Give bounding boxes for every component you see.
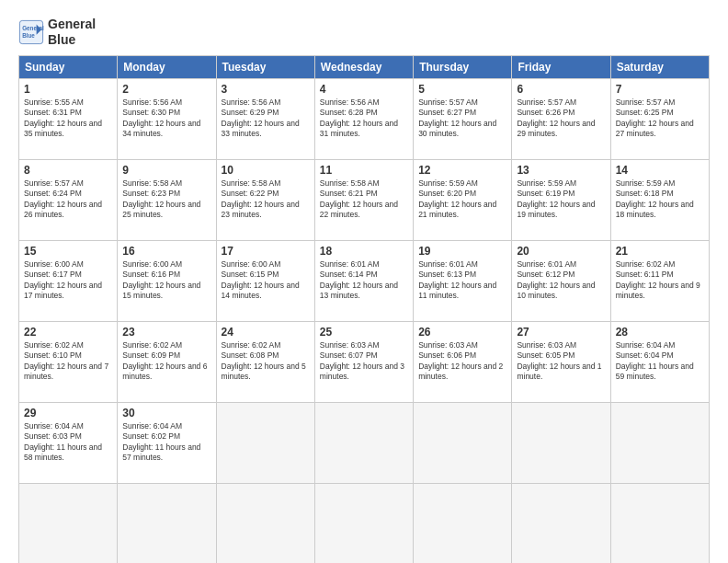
day-number: 27	[517, 326, 605, 339]
day-number: 8	[24, 164, 112, 177]
logo-text-general: General	[48, 17, 96, 32]
calendar-cell	[414, 402, 512, 483]
day-number: 16	[122, 245, 210, 258]
day-number: 13	[517, 164, 605, 177]
day-info: Sunrise: 6:00 AMSunset: 6:17 PMDaylight:…	[24, 259, 102, 300]
day-info: Sunrise: 6:03 AMSunset: 6:06 PMDaylight:…	[418, 340, 503, 381]
day-number: 15	[24, 245, 112, 258]
day-number: 5	[418, 83, 506, 96]
day-number: 28	[616, 326, 704, 339]
header-thursday: Thursday	[414, 55, 512, 78]
header: General Blue General Blue	[18, 17, 710, 48]
day-number: 23	[122, 326, 210, 339]
day-info: Sunrise: 5:57 AMSunset: 6:24 PMDaylight:…	[24, 178, 102, 219]
calendar-cell	[512, 483, 610, 563]
day-info: Sunrise: 6:02 AMSunset: 6:11 PMDaylight:…	[616, 259, 700, 300]
day-number: 9	[122, 164, 210, 177]
day-info: Sunrise: 6:02 AMSunset: 6:10 PMDaylight:…	[24, 340, 108, 381]
calendar-cell: 1 Sunrise: 5:55 AMSunset: 6:31 PMDayligh…	[19, 78, 118, 159]
calendar-cell: 18 Sunrise: 6:01 AMSunset: 6:14 PMDaylig…	[314, 240, 413, 321]
day-number: 20	[517, 245, 605, 258]
day-info: Sunrise: 6:04 AMSunset: 6:02 PMDaylight:…	[122, 421, 200, 462]
calendar-week-row: 22 Sunrise: 6:02 AMSunset: 6:10 PMDaylig…	[19, 321, 710, 402]
calendar-cell: 25 Sunrise: 6:03 AMSunset: 6:07 PMDaylig…	[314, 321, 413, 402]
calendar-cell: 16 Sunrise: 6:00 AMSunset: 6:16 PMDaylig…	[118, 240, 216, 321]
calendar-cell	[216, 402, 314, 483]
calendar-cell	[314, 402, 413, 483]
day-info: Sunrise: 6:04 AMSunset: 6:04 PMDaylight:…	[616, 340, 694, 381]
day-info: Sunrise: 6:00 AMSunset: 6:16 PMDaylight:…	[122, 259, 200, 300]
day-info: Sunrise: 6:03 AMSunset: 6:05 PMDaylight:…	[517, 340, 601, 381]
day-number: 6	[517, 83, 605, 96]
day-number: 21	[616, 245, 704, 258]
calendar-cell: 14 Sunrise: 5:59 AMSunset: 6:18 PMDaylig…	[610, 159, 709, 240]
calendar-cell: 2 Sunrise: 5:56 AMSunset: 6:30 PMDayligh…	[118, 78, 216, 159]
day-number: 2	[122, 83, 210, 96]
calendar-cell	[216, 483, 314, 563]
calendar-cell: 15 Sunrise: 6:00 AMSunset: 6:17 PMDaylig…	[19, 240, 118, 321]
day-info: Sunrise: 6:04 AMSunset: 6:03 PMDaylight:…	[24, 421, 102, 462]
calendar-cell: 22 Sunrise: 6:02 AMSunset: 6:10 PMDaylig…	[19, 321, 118, 402]
calendar-page: General Blue General Blue Sunday Monday …	[0, 0, 728, 563]
calendar-cell: 7 Sunrise: 5:57 AMSunset: 6:25 PMDayligh…	[610, 78, 709, 159]
day-number: 11	[320, 164, 408, 177]
calendar-cell: 27 Sunrise: 6:03 AMSunset: 6:05 PMDaylig…	[512, 321, 610, 402]
day-info: Sunrise: 5:57 AMSunset: 6:26 PMDaylight:…	[517, 98, 595, 138]
weekday-header-row: Sunday Monday Tuesday Wednesday Thursday…	[19, 55, 710, 78]
day-info: Sunrise: 6:02 AMSunset: 6:09 PMDaylight:…	[122, 340, 207, 381]
day-number: 14	[616, 164, 704, 177]
day-number: 3	[222, 83, 310, 96]
header-wednesday: Wednesday	[314, 55, 413, 78]
day-number: 12	[418, 164, 506, 177]
calendar-cell: 26 Sunrise: 6:03 AMSunset: 6:06 PMDaylig…	[414, 321, 512, 402]
logo-icon: General Blue	[18, 19, 44, 45]
calendar-week-row	[19, 483, 710, 563]
svg-text:Blue: Blue	[22, 31, 35, 38]
calendar-cell	[118, 483, 216, 563]
calendar-cell: 20 Sunrise: 6:01 AMSunset: 6:12 PMDaylig…	[512, 240, 610, 321]
day-info: Sunrise: 6:03 AMSunset: 6:07 PMDaylight:…	[320, 340, 404, 381]
calendar-cell: 5 Sunrise: 5:57 AMSunset: 6:27 PMDayligh…	[414, 78, 512, 159]
header-friday: Friday	[512, 55, 610, 78]
day-number: 30	[122, 407, 210, 419]
calendar-cell: 11 Sunrise: 5:58 AMSunset: 6:21 PMDaylig…	[314, 159, 413, 240]
header-monday: Monday	[118, 55, 216, 78]
day-number: 22	[24, 326, 112, 339]
day-info: Sunrise: 6:01 AMSunset: 6:12 PMDaylight:…	[517, 259, 595, 300]
day-number: 10	[222, 164, 310, 177]
calendar-cell: 12 Sunrise: 5:59 AMSunset: 6:20 PMDaylig…	[414, 159, 512, 240]
calendar-body: 1 Sunrise: 5:55 AMSunset: 6:31 PMDayligh…	[19, 78, 710, 563]
calendar-cell	[610, 402, 709, 483]
day-info: Sunrise: 5:59 AMSunset: 6:20 PMDaylight:…	[418, 178, 496, 219]
day-number: 4	[320, 83, 408, 96]
day-number: 19	[418, 245, 506, 258]
day-info: Sunrise: 6:01 AMSunset: 6:13 PMDaylight:…	[418, 259, 496, 300]
day-info: Sunrise: 5:58 AMSunset: 6:23 PMDaylight:…	[122, 178, 200, 219]
day-number: 29	[24, 407, 112, 419]
day-number: 24	[222, 326, 310, 339]
calendar-week-row: 1 Sunrise: 5:55 AMSunset: 6:31 PMDayligh…	[19, 78, 710, 159]
header-tuesday: Tuesday	[216, 55, 314, 78]
calendar-cell: 28 Sunrise: 6:04 AMSunset: 6:04 PMDaylig…	[610, 321, 709, 402]
calendar-cell: 23 Sunrise: 6:02 AMSunset: 6:09 PMDaylig…	[118, 321, 216, 402]
calendar-cell: 29 Sunrise: 6:04 AMSunset: 6:03 PMDaylig…	[19, 402, 118, 483]
calendar-week-row: 29 Sunrise: 6:04 AMSunset: 6:03 PMDaylig…	[19, 402, 710, 483]
day-info: Sunrise: 5:56 AMSunset: 6:30 PMDaylight:…	[122, 98, 200, 138]
day-info: Sunrise: 5:56 AMSunset: 6:29 PMDaylight:…	[222, 98, 300, 138]
calendar-cell: 4 Sunrise: 5:56 AMSunset: 6:28 PMDayligh…	[314, 78, 413, 159]
day-info: Sunrise: 5:59 AMSunset: 6:19 PMDaylight:…	[517, 178, 595, 219]
calendar-cell: 19 Sunrise: 6:01 AMSunset: 6:13 PMDaylig…	[414, 240, 512, 321]
day-number: 18	[320, 245, 408, 258]
day-info: Sunrise: 6:02 AMSunset: 6:08 PMDaylight:…	[222, 340, 306, 381]
calendar-week-row: 8 Sunrise: 5:57 AMSunset: 6:24 PMDayligh…	[19, 159, 710, 240]
calendar-week-row: 15 Sunrise: 6:00 AMSunset: 6:17 PMDaylig…	[19, 240, 710, 321]
day-info: Sunrise: 5:55 AMSunset: 6:31 PMDaylight:…	[24, 98, 102, 138]
day-info: Sunrise: 5:59 AMSunset: 6:18 PMDaylight:…	[616, 178, 694, 219]
header-sunday: Sunday	[19, 55, 118, 78]
day-number: 26	[418, 326, 506, 339]
day-number: 17	[222, 245, 310, 258]
calendar-cell: 10 Sunrise: 5:58 AMSunset: 6:22 PMDaylig…	[216, 159, 314, 240]
calendar-table: Sunday Monday Tuesday Wednesday Thursday…	[18, 55, 710, 563]
day-number: 1	[24, 83, 112, 96]
calendar-cell	[19, 483, 118, 563]
